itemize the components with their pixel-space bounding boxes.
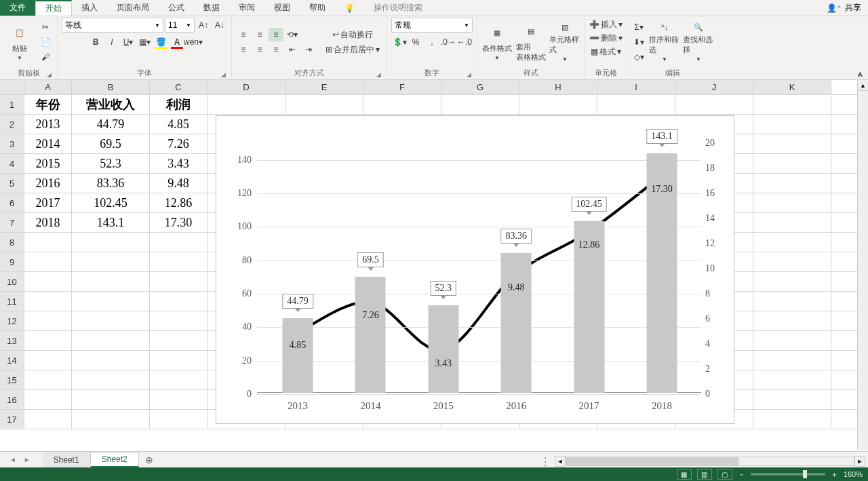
- cell[interactable]: 143.1: [72, 213, 150, 232]
- phonetic-button[interactable]: wén▾: [186, 35, 201, 49]
- vertical-scrollbar[interactable]: ▲: [857, 80, 868, 450]
- normal-view-button[interactable]: ▦: [677, 469, 692, 480]
- cell[interactable]: [753, 95, 831, 114]
- cell[interactable]: 2018: [24, 213, 72, 232]
- cell[interactable]: 2016: [24, 174, 72, 193]
- cell[interactable]: [150, 292, 208, 311]
- row-header[interactable]: 5: [0, 174, 24, 193]
- cell[interactable]: 102.45: [72, 193, 150, 212]
- sort-filter-button[interactable]: ᴬ↓排序和筛选▼: [649, 22, 680, 62]
- increase-decimal-button[interactable]: .0→: [441, 35, 456, 49]
- cut-button[interactable]: ✂: [38, 20, 53, 34]
- horizontal-scrollbar[interactable]: ⋮ ◄ ►: [540, 456, 865, 467]
- cell-styles-button[interactable]: ▧单元格样式▼: [549, 22, 580, 62]
- cell[interactable]: 12.86: [150, 193, 208, 212]
- delete-cells-button[interactable]: ➖ 删除 ▾: [589, 31, 623, 45]
- col-header[interactable]: A: [24, 80, 72, 94]
- row-header[interactable]: 12: [0, 311, 24, 330]
- page-layout-view-button[interactable]: ▥: [697, 469, 712, 480]
- cell[interactable]: [285, 95, 363, 114]
- menu-view[interactable]: 视图: [264, 0, 300, 16]
- row-header[interactable]: 10: [0, 272, 24, 291]
- scroll-right-button[interactable]: ►: [854, 456, 865, 467]
- cell[interactable]: 2017: [24, 193, 72, 212]
- row-header[interactable]: 3: [0, 134, 24, 153]
- cell[interactable]: 9.48: [150, 174, 208, 193]
- align-center-button[interactable]: ≡: [252, 43, 267, 56]
- cell[interactable]: [72, 292, 150, 311]
- format-painter-button[interactable]: 🖌: [38, 50, 53, 64]
- align-dialog-launcher[interactable]: ◢: [376, 71, 381, 78]
- number-dialog-launcher[interactable]: ◢: [467, 71, 471, 78]
- sheet-tab-1[interactable]: Sheet1: [43, 452, 91, 467]
- cell[interactable]: [597, 95, 675, 114]
- cell[interactable]: [753, 134, 831, 153]
- find-select-button[interactable]: 🔍查找和选择▼: [683, 22, 714, 62]
- italic-button[interactable]: I: [104, 35, 119, 49]
- cell[interactable]: [72, 410, 150, 429]
- cell[interactable]: [72, 311, 150, 330]
- cell[interactable]: [150, 233, 208, 252]
- cell[interactable]: [24, 233, 72, 252]
- merge-center-button[interactable]: ⊞ 合并后居中 ▾: [323, 43, 382, 56]
- cell[interactable]: 2015: [24, 154, 72, 173]
- insert-cells-button[interactable]: ➕ 插入 ▾: [589, 18, 623, 31]
- col-header[interactable]: D: [208, 80, 285, 94]
- cell[interactable]: 17.30: [150, 213, 208, 232]
- cell[interactable]: [753, 410, 831, 429]
- fill-button[interactable]: ⬇▾: [631, 35, 646, 49]
- row-header[interactable]: 4: [0, 154, 24, 173]
- font-size-select[interactable]: 11▼: [165, 18, 195, 33]
- col-header[interactable]: J: [675, 80, 753, 94]
- cell[interactable]: [24, 351, 72, 370]
- row-header[interactable]: 1: [0, 95, 24, 114]
- autosum-button[interactable]: Σ▾: [631, 20, 646, 34]
- menu-help[interactable]: 帮助: [300, 0, 335, 16]
- cell[interactable]: 83.36: [72, 174, 150, 193]
- cell[interactable]: [753, 252, 831, 271]
- bold-button[interactable]: B: [88, 35, 103, 49]
- col-header[interactable]: G: [441, 80, 519, 94]
- font-dialog-launcher[interactable]: ◢: [221, 71, 226, 78]
- row-header[interactable]: 17: [0, 410, 24, 429]
- scroll-left-button[interactable]: ◄: [555, 456, 566, 467]
- menu-formulas[interactable]: 公式: [159, 0, 194, 16]
- decrease-font-button[interactable]: A↓: [212, 18, 227, 32]
- cell[interactable]: [72, 272, 150, 291]
- clear-button[interactable]: ◇▾: [631, 50, 646, 64]
- cell[interactable]: [675, 95, 753, 114]
- cell[interactable]: [753, 193, 831, 212]
- chart-bar[interactable]: [355, 277, 386, 393]
- cell[interactable]: 利润: [150, 95, 208, 114]
- decrease-decimal-button[interactable]: ←.0: [457, 35, 472, 49]
- cell[interactable]: 2013: [24, 115, 72, 134]
- border-button[interactable]: ▦▾: [137, 35, 152, 49]
- sheet-nav-buttons[interactable]: ◄ ►: [0, 452, 43, 467]
- cell[interactable]: [753, 233, 831, 252]
- add-sheet-button[interactable]: ⊕: [139, 452, 159, 467]
- align-right-button[interactable]: ≡: [269, 43, 283, 56]
- cell[interactable]: [24, 252, 72, 271]
- paste-button[interactable]: 📋 粘贴 ▼: [4, 22, 35, 62]
- cell[interactable]: [24, 311, 72, 330]
- cell[interactable]: [441, 95, 519, 114]
- chart-bar[interactable]: [283, 318, 313, 393]
- menu-pagelayout[interactable]: 页面布局: [107, 0, 159, 16]
- col-header[interactable]: E: [285, 80, 363, 94]
- cell[interactable]: [753, 311, 831, 330]
- align-middle-button[interactable]: ≡: [252, 28, 267, 41]
- cell[interactable]: [24, 272, 72, 291]
- menu-data[interactable]: 数据: [194, 0, 229, 16]
- underline-button[interactable]: U▾: [121, 35, 136, 49]
- cell[interactable]: [150, 351, 208, 370]
- cell[interactable]: 2014: [24, 134, 72, 153]
- row-header[interactable]: 2: [0, 115, 24, 134]
- fill-color-button[interactable]: 🪣: [153, 35, 168, 49]
- conditional-formatting-button[interactable]: ▦条件格式▼: [481, 22, 513, 62]
- cell[interactable]: 4.85: [150, 115, 208, 134]
- row-header[interactable]: 9: [0, 252, 24, 271]
- cell[interactable]: [72, 351, 150, 370]
- row-header[interactable]: 11: [0, 292, 24, 311]
- row-header[interactable]: 13: [0, 331, 24, 350]
- font-name-select[interactable]: 等线▼: [62, 18, 163, 33]
